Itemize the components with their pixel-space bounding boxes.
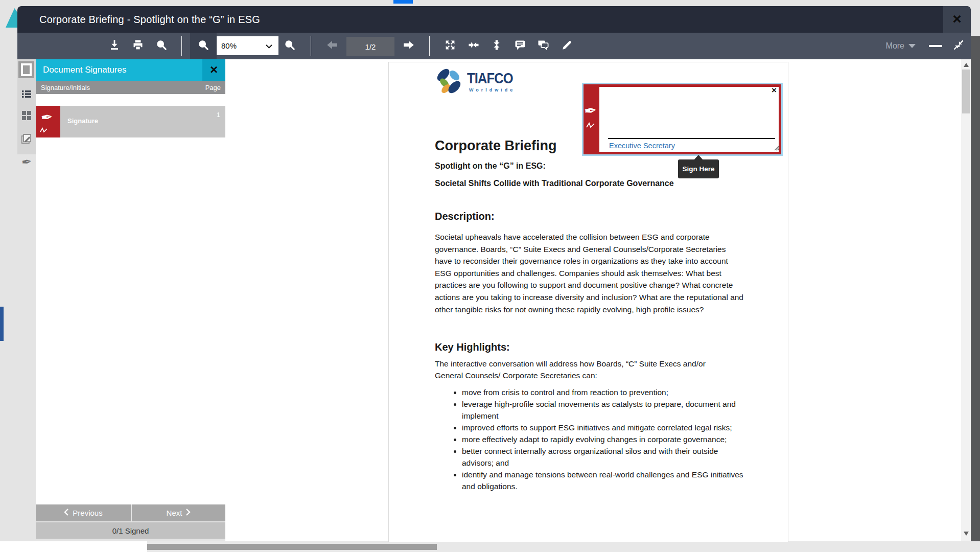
- toolbar-divider: [311, 36, 311, 56]
- chevron-down-icon: [266, 41, 272, 51]
- fit-height-button[interactable]: [487, 35, 506, 57]
- grid-icon: [21, 110, 32, 123]
- background-left-strip: [0, 307, 4, 341]
- note-edit-icon: [20, 132, 33, 148]
- signature-row-page: 1: [217, 111, 220, 119]
- signature-field[interactable]: ✒ × Executive Secretary: [582, 83, 783, 156]
- comment-icon: [514, 39, 526, 53]
- signature-field-close-button[interactable]: ×: [772, 85, 777, 96]
- description-heading: Description:: [435, 211, 495, 222]
- bullet-text: identify and manage tensions between rea…: [462, 470, 743, 491]
- previous-signature-button[interactable]: Previous: [36, 504, 131, 521]
- zoom-value: 80%: [221, 41, 266, 50]
- draw-button[interactable]: [558, 35, 576, 57]
- signature-pen-icon: ✒: [583, 101, 598, 120]
- arrow-right-icon: [402, 38, 415, 54]
- print-button[interactable]: [129, 35, 147, 57]
- previous-page-button[interactable]: [323, 35, 341, 57]
- search-icon: [155, 39, 168, 53]
- scroll-up-icon[interactable]: [964, 63, 969, 67]
- document-title: Corporate Briefing: [435, 138, 557, 154]
- minimize-button[interactable]: [926, 35, 945, 57]
- bullet-item: more effectively adapt to rapidly evolvi…: [462, 433, 746, 445]
- signature-row-badge: ✒: [36, 106, 60, 137]
- column-page-label: Page: [205, 84, 221, 91]
- fullscreen-button[interactable]: [441, 35, 459, 57]
- signature-role-label: Executive Secretary: [609, 142, 675, 150]
- signatures-column-header: Signature/Initials Page: [36, 81, 225, 94]
- signature-field-badge: ✒: [584, 84, 599, 154]
- panel-icon: [21, 63, 32, 76]
- minimize-icon: [929, 45, 942, 47]
- signatures-panel-button[interactable]: ✒: [19, 155, 34, 169]
- outline-button[interactable]: [19, 88, 34, 102]
- company-logo: TIAFCO Worldwide: [434, 67, 567, 99]
- pencil-icon: [561, 39, 573, 53]
- more-label: More: [886, 41, 904, 51]
- chevron-left-icon: [64, 509, 68, 517]
- comments-list-button[interactable]: [534, 35, 552, 57]
- signature-pen-icon: ✒: [40, 108, 54, 126]
- bullet-item: move from crisis to control and from rea…: [462, 386, 746, 398]
- bullet-item: identify and manage tensions between rea…: [462, 469, 746, 492]
- signatures-panel-title: Document Signatures: [43, 59, 126, 81]
- expand-icon: [444, 39, 456, 53]
- bullet-item: leverage high-profile social movements a…: [462, 398, 746, 422]
- download-button[interactable]: [105, 35, 124, 57]
- bullet-text: better connect internally across organiz…: [462, 447, 718, 467]
- document-scrollbar-thumb[interactable]: [962, 70, 970, 113]
- restore-window-button[interactable]: [949, 35, 968, 57]
- bullet-text: improved efforts to support ESG initiati…: [462, 423, 732, 432]
- logo-name: TIAFCO: [467, 70, 513, 87]
- background-bottom-strip-white: [0, 541, 147, 552]
- key-highlights-intro: The interactive conversation will addres…: [435, 358, 734, 381]
- signed-status: 0/1 Signed: [36, 522, 225, 539]
- key-highlights-heading: Key Highlights:: [435, 341, 510, 353]
- background-logo-fragment: [6, 8, 18, 28]
- fit-width-button[interactable]: [464, 35, 483, 57]
- signature-pen-icon: ✒: [21, 154, 33, 170]
- search-button[interactable]: [152, 35, 171, 57]
- print-icon: [132, 39, 144, 53]
- sign-here-tooltip[interactable]: Sign Here: [678, 159, 719, 178]
- logo-pinwheel-icon: [434, 89, 464, 98]
- annotations-panel-button[interactable]: [19, 133, 34, 147]
- signature-list-item[interactable]: ✒ Signature 1: [36, 106, 225, 137]
- toolbar-divider: [181, 36, 182, 56]
- bullet-item: improved efforts to support ESG initiati…: [462, 422, 746, 433]
- comments-icon: [537, 39, 549, 53]
- download-icon: [108, 39, 121, 53]
- zoom-in-button[interactable]: [281, 35, 299, 57]
- panel-toggle-button[interactable]: [18, 61, 34, 78]
- background-right-strip: [971, 36, 980, 552]
- column-signature-label: Signature/Initials: [41, 84, 205, 91]
- page-horizontal-scrollbar-thumb[interactable]: [147, 544, 437, 550]
- bullet-text: move from crisis to control and from rea…: [462, 388, 668, 397]
- signatures-panel-close-button[interactable]: ×: [202, 59, 225, 81]
- zoom-select[interactable]: 80%: [217, 36, 278, 55]
- zoom-out-button[interactable]: [190, 33, 217, 59]
- next-page-button[interactable]: [400, 35, 418, 57]
- resize-grip-icon[interactable]: [774, 144, 780, 153]
- previous-label: Previous: [73, 509, 102, 517]
- collapse-diagonal-icon: [952, 39, 965, 53]
- zoom-in-icon: [284, 39, 296, 53]
- toolbar-divider: [429, 36, 430, 56]
- annotation-button[interactable]: [511, 35, 529, 57]
- page-indicator[interactable]: 1/2: [346, 37, 394, 56]
- scroll-down-icon[interactable]: [964, 532, 969, 536]
- bullet-text: more effectively adapt to rapidly evolvi…: [462, 435, 727, 444]
- chevron-down-icon: [908, 44, 916, 48]
- next-signature-button[interactable]: Next: [132, 504, 225, 521]
- dialog-close-button[interactable]: ×: [943, 6, 971, 33]
- collapse-horizontal-icon: [468, 39, 480, 53]
- key-highlights-list: move from crisis to control and from rea…: [445, 386, 746, 492]
- thumbnails-button[interactable]: [19, 109, 34, 124]
- document-scrollbar[interactable]: [961, 59, 971, 541]
- dialog-title: Corporate Briefing - Spotlight on the “G…: [39, 6, 260, 33]
- signatures-panel-body: [36, 94, 226, 504]
- list-icon: [20, 88, 33, 102]
- more-button[interactable]: More: [869, 35, 916, 57]
- signature-line: [608, 138, 775, 139]
- bullet-text: leverage high-profile social movements a…: [462, 400, 736, 420]
